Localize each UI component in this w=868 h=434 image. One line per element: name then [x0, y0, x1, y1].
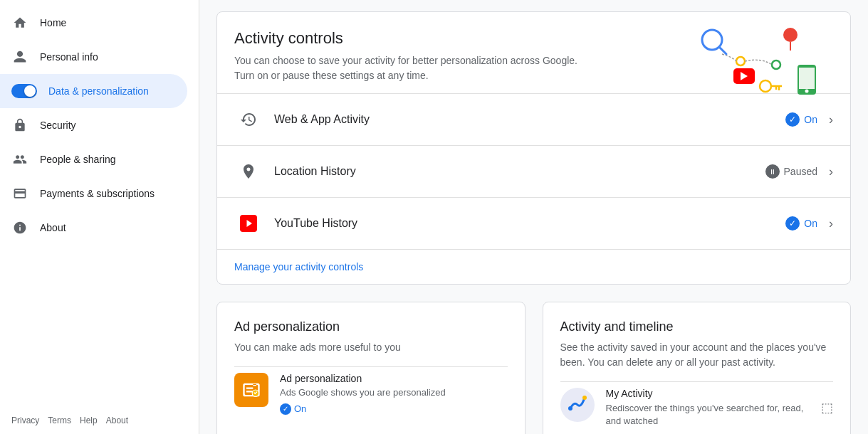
web-app-activity-label: Web & App Activity — [274, 113, 785, 126]
youtube-history-icon — [234, 209, 263, 238]
sidebar-item-data-personalization[interactable]: Data & personalization — [0, 74, 187, 108]
payment-icon — [11, 185, 28, 202]
ad-personalization-item[interactable]: Ad personalization Ads Google shows you … — [234, 366, 508, 415]
data-personalization-toggle[interactable] — [11, 84, 37, 98]
activity-controls-desc: You can choose to save your activity for… — [234, 53, 590, 83]
svg-point-17 — [568, 406, 572, 411]
ad-item-info: Ad personalization Ads Google shows you … — [280, 373, 508, 415]
web-app-activity-status: On — [785, 112, 817, 127]
ad-item-title: Ad personalization — [280, 373, 508, 384]
my-activity-item[interactable]: My Activity Rediscover the things you've… — [560, 381, 834, 428]
person-icon — [11, 48, 28, 65]
web-app-activity-status-text: On — [804, 114, 817, 125]
sidebar-item-about[interactable]: About — [0, 211, 187, 245]
main-content: Activity controls You can choose to save… — [199, 0, 868, 434]
bottom-cards-row: Ad personalization You can make ads more… — [216, 302, 851, 434]
sidebar-item-home[interactable]: Home — [0, 6, 187, 40]
sidebar-nav: Home Personal info Data & personalizatio… — [0, 0, 199, 245]
footer-privacy-link[interactable]: Privacy — [11, 416, 39, 425]
svg-rect-8 — [799, 68, 815, 89]
ad-personalization-icon-box — [234, 373, 268, 407]
youtube-history-label: YouTube History — [274, 217, 785, 230]
youtube-history-status-text: On — [804, 218, 817, 229]
youtube-history-status: On — [785, 216, 817, 231]
location-history-icon — [234, 157, 263, 186]
activity-timeline-desc: See the activity saved in your account a… — [560, 340, 834, 370]
youtube-history-chevron: › — [829, 216, 833, 231]
location-history-label: Location History — [274, 165, 765, 178]
svg-point-2 — [783, 28, 798, 42]
my-activity-desc: Rediscover the things you've searched fo… — [606, 402, 810, 428]
lock-icon — [11, 117, 28, 134]
external-link-icon: ⬚ — [821, 400, 833, 416]
svg-point-4 — [772, 60, 780, 69]
sidebar-item-payments[interactable]: Payments & subscriptions — [0, 176, 187, 211]
web-app-activity-chevron: › — [829, 112, 833, 127]
activity-controls-text: Activity controls You can choose to save… — [234, 29, 590, 83]
sidebar-item-security-label: Security — [40, 120, 76, 131]
sidebar-item-people-sharing-label: People & sharing — [40, 154, 116, 165]
my-activity-icon — [560, 388, 595, 422]
activity-timeline-card: Activity and timeline See the activity s… — [543, 302, 852, 434]
web-app-activity-icon — [234, 105, 263, 134]
sidebar-item-security[interactable]: Security — [0, 108, 187, 142]
my-activity-title: My Activity — [606, 388, 810, 399]
activity-timeline-title: Activity and timeline — [560, 319, 834, 334]
location-history-status: Paused — [765, 164, 817, 179]
sidebar-item-home-label: Home — [40, 17, 66, 28]
youtube-history-status-icon — [785, 216, 800, 231]
activity-controls-title: Activity controls — [234, 29, 590, 48]
svg-line-1 — [719, 47, 726, 54]
sidebar-item-people-sharing[interactable]: People & sharing — [0, 142, 187, 176]
ad-personalization-status: On — [294, 403, 306, 414]
sidebar-item-personal-info[interactable]: Personal info — [0, 40, 187, 74]
sidebar: Home Personal info Data & personalizatio… — [0, 0, 199, 434]
ad-personalization-on-badge: ✓ On — [280, 403, 306, 415]
footer-about-link[interactable]: About — [106, 416, 128, 425]
people-icon — [11, 151, 28, 168]
manage-activity-controls-link[interactable]: Manage your activity controls — [217, 249, 850, 284]
web-app-activity-status-icon — [785, 112, 800, 127]
location-history-status-text: Paused — [784, 166, 817, 177]
web-app-activity-item[interactable]: Web & App Activity On › — [217, 93, 850, 145]
ad-personalization-desc: You can make ads more useful to you — [234, 340, 508, 355]
footer-help-link[interactable]: Help — [80, 416, 98, 425]
ad-personalization-title: Ad personalization — [234, 319, 508, 334]
activity-controls-header: Activity controls You can choose to save… — [217, 12, 850, 93]
svg-point-10 — [760, 80, 771, 92]
ad-item-desc: Ads Google shows you are personalized — [280, 387, 508, 398]
footer-terms-link[interactable]: Terms — [48, 416, 71, 425]
svg-point-18 — [582, 396, 587, 400]
activity-controls-card: Activity controls You can choose to save… — [216, 11, 851, 285]
sidebar-item-data-personalization-label: Data & personalization — [48, 85, 149, 97]
location-history-chevron: › — [829, 164, 833, 179]
activity-illustration — [691, 22, 833, 93]
info-icon — [11, 219, 28, 236]
svg-point-9 — [805, 90, 809, 93]
home-icon — [11, 14, 28, 31]
sidebar-item-about-label: About — [40, 222, 66, 233]
sidebar-item-payments-label: Payments & subscriptions — [40, 188, 155, 199]
ad-personalization-card: Ad personalization You can make ads more… — [216, 302, 525, 434]
location-history-item[interactable]: Location History Paused › — [217, 145, 850, 197]
youtube-history-item[interactable]: YouTube History On › — [217, 197, 850, 249]
location-history-status-icon — [765, 164, 780, 179]
sidebar-footer: Privacy Terms Help About — [0, 416, 199, 425]
svg-point-3 — [736, 57, 745, 65]
ad-personalization-check-icon: ✓ — [280, 403, 291, 415]
my-activity-info: My Activity Rediscover the things you've… — [606, 388, 810, 428]
sidebar-item-personal-info-label: Personal info — [40, 51, 98, 63]
